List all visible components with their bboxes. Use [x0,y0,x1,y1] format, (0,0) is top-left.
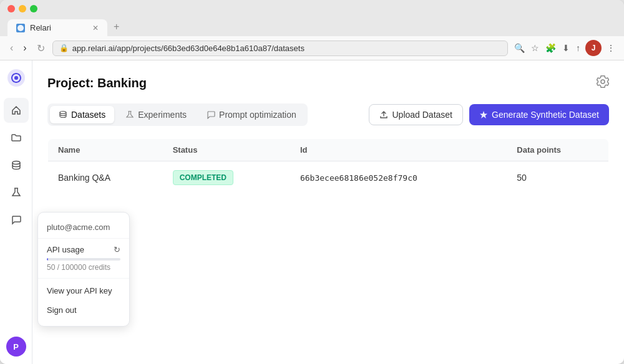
col-status: Status [163,139,290,161]
sidebar-item-home[interactable] [4,98,29,123]
popup-progress-bar [47,258,120,261]
popup-divider-1 [38,238,129,239]
browser-frame: Relari ✕ + ‹ › ↻ 🔒 app.relari.ai/app/pro… [0,0,624,364]
user-avatar-sidebar[interactable]: P [6,337,26,357]
col-datapoints: Data points [507,139,608,161]
popup-api-header: API usage ↻ [47,245,120,254]
sidebar-item-experiments[interactable] [4,180,29,205]
table-row[interactable]: Banking Q&A COMPLETED 66b3ecee68186e052e… [48,161,609,194]
sidebar-bottom: P [6,337,26,357]
svg-point-2 [14,76,18,80]
popup-menu: pluto@acme.com API usage ↻ 50 / 100000 c… [37,212,130,327]
tab-close-button[interactable]: ✕ [92,24,99,32]
upload-dataset-button[interactable]: Upload Dataset [369,104,463,125]
tab-experiments-label: Experiments [138,110,187,120]
svg-point-3 [12,161,20,165]
reload-button[interactable]: ↻ [34,41,47,55]
popup-divider-2 [38,278,129,279]
search-icon-btn[interactable]: 🔍 [513,42,526,54]
browser-toolbar: ‹ › ↻ 🔒 app.relari.ai/app/projects/66b3e… [0,36,624,60]
close-dot[interactable] [7,5,15,12]
popup-sign-out[interactable]: Sign out [38,300,129,320]
refresh-icon[interactable]: ↻ [114,245,120,254]
popup-progress-fill [47,258,48,261]
tab-title: Relari [30,23,51,32]
new-tab-button[interactable]: + [107,17,125,36]
browser-dots-row [7,5,617,12]
sidebar: P [0,60,32,364]
tab-datasets[interactable]: Datasets [50,106,114,123]
generate-synthetic-label: Generate Synthetic Dataset [492,110,599,120]
toolbar-icons: 🔍 ☆ 🧩 ⬇ ↑ J ⋮ [513,40,617,56]
popup-credits-text: 50 / 100000 credits [47,263,120,272]
sidebar-item-database[interactable] [4,153,29,178]
svg-point-0 [17,25,24,31]
col-id: Id [290,139,507,161]
tab-datasets-label: Datasets [71,110,105,120]
row-status: COMPLETED [163,161,290,194]
page-header: Project: Banking [47,75,609,91]
minimize-dot[interactable] [19,5,26,12]
col-name: Name [48,139,163,161]
menu-icon-btn[interactable]: ⋮ [605,42,617,54]
app-logo [6,68,26,88]
svg-point-4 [60,112,66,114]
app-container: P Project: Banking [0,60,624,364]
upload-dataset-label: Upload Dataset [392,110,452,120]
browser-tab-relari[interactable]: Relari ✕ [7,19,107,36]
tab-experiments[interactable]: Experiments [117,106,195,123]
tabs-container: Datasets Experiments Prompt optimiz [47,103,609,126]
bookmark-icon-btn[interactable]: ☆ [530,42,540,54]
generate-synthetic-button[interactable]: Generate Synthetic Dataset [469,104,609,125]
download-icon-btn[interactable]: ⬇ [561,42,571,54]
popup-email: pluto@acme.com [38,219,129,236]
row-id: 66b3ecee68186e052e8f79c0 [290,161,507,194]
browser-user-avatar[interactable]: J [585,40,602,56]
back-button[interactable]: ‹ [7,41,16,55]
browser-tabs-row: Relari ✕ + [7,17,617,36]
url-text: app.relari.ai/app/projects/66b3ed63d0e64… [72,44,305,53]
address-bar[interactable]: 🔒 app.relari.ai/app/projects/66b3ed63d0e… [52,41,508,56]
sidebar-item-chat[interactable] [4,208,29,232]
status-badge: COMPLETED [173,170,233,185]
forward-button[interactable]: › [21,41,29,55]
share-icon-btn[interactable]: ↑ [575,42,582,54]
popup-view-api-key[interactable]: View your API key [38,281,129,300]
browser-titlebar: Relari ✕ + [0,0,624,36]
page-title: Project: Banking [47,76,147,90]
row-datapoints: 50 [507,161,608,194]
tabs-left: Datasets Experiments Prompt optimiz [47,103,308,126]
table-body: Banking Q&A COMPLETED 66b3ecee68186e052e… [48,161,609,194]
maximize-dot[interactable] [30,5,37,12]
popup-api-section: API usage ↻ 50 / 100000 credits [38,241,129,275]
table-header: Name Status Id Data points [48,139,609,161]
row-name: Banking Q&A [48,161,163,194]
datasets-table: Name Status Id Data points Banking Q&A C… [47,138,609,194]
api-usage-label: API usage [47,245,84,254]
main-content: Project: Banking [32,60,624,364]
tab-prompt-opt[interactable]: Prompt optimization [198,106,305,123]
extension-icon-btn[interactable]: 🧩 [544,42,557,54]
settings-icon[interactable] [597,75,609,91]
tab-favicon [16,24,25,32]
sidebar-item-folder[interactable] [4,125,29,150]
tab-prompt-opt-label: Prompt optimization [219,110,296,120]
tabs-right: Upload Dataset Generate Synthetic Datase… [369,104,609,125]
